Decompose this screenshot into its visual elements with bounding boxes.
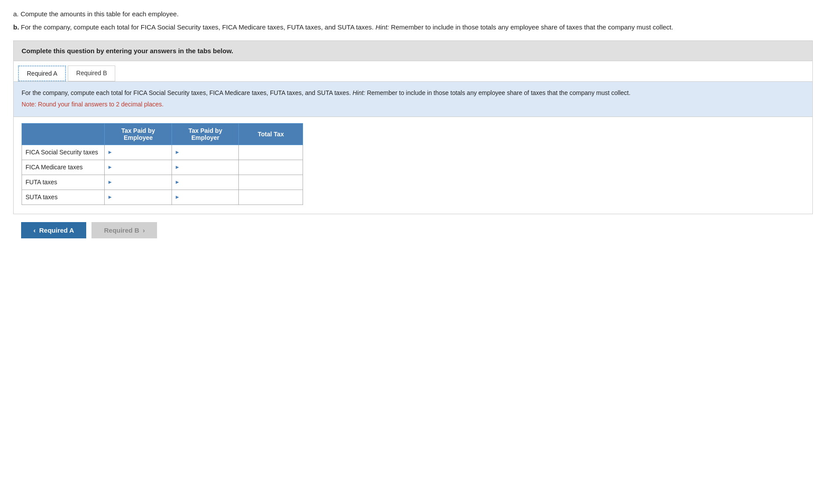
- tab-content-description: For the company, compute each total for …: [14, 82, 812, 117]
- intro-section: a. Compute the amounts in this table for…: [13, 9, 813, 33]
- intro-point-a: a. Compute the amounts in this table for…: [13, 9, 813, 19]
- bottom-buttons: ‹ Required A Required B ›: [13, 222, 813, 238]
- table-wrapper: Tax Paid by Employee Tax Paid by Employe…: [14, 117, 812, 214]
- arrow-icon-7: ►: [107, 194, 113, 200]
- button-required-b-label: Required B: [104, 226, 139, 234]
- tab-required-a[interactable]: Required A: [18, 66, 66, 81]
- intro-hint-text: Remember to include in those totals any …: [389, 23, 673, 31]
- complete-banner-text: Complete this question by entering your …: [22, 47, 233, 55]
- row-employee-futa[interactable]: ►: [105, 175, 172, 190]
- arrow-icon-2: ►: [175, 149, 180, 155]
- tab-content-main: For the company, compute each total for …: [22, 88, 804, 98]
- row-employer-fica-ss[interactable]: ►: [172, 145, 239, 160]
- arrow-icon-3: ►: [107, 164, 113, 170]
- arrow-icon-5: ►: [107, 179, 113, 185]
- row-total-futa: [239, 175, 303, 190]
- input-employer-suta[interactable]: [182, 194, 236, 201]
- table-row: FICA Social Security taxes ► ►: [22, 145, 303, 160]
- arrow-icon-1: ►: [107, 149, 113, 155]
- tab-required-b-label: Required B: [76, 69, 107, 77]
- row-label-fica-ss: FICA Social Security taxes: [22, 145, 105, 160]
- arrow-icon-8: ►: [175, 194, 180, 200]
- tab-content-note: Note: Round your final answers to 2 deci…: [22, 99, 804, 109]
- input-employer-futa[interactable]: [182, 179, 236, 186]
- row-total-suta: [239, 190, 303, 205]
- row-label-futa: FUTA taxes: [22, 175, 105, 190]
- row-employee-fica-med[interactable]: ►: [105, 160, 172, 175]
- tab-content-main-text: For the company, compute each total for …: [22, 89, 351, 96]
- row-employee-suta[interactable]: ►: [105, 190, 172, 205]
- table-row: SUTA taxes ► ►: [22, 190, 303, 205]
- input-employee-futa[interactable]: [114, 179, 169, 186]
- table-header-employee: Tax Paid by Employee: [105, 123, 172, 145]
- tab-content-hint-label: Hint:: [352, 89, 365, 96]
- row-employee-fica-ss[interactable]: ►: [105, 145, 172, 160]
- chevron-left-icon: ‹: [33, 226, 36, 234]
- row-employer-futa[interactable]: ►: [172, 175, 239, 190]
- tabs-row: Required A Required B: [14, 61, 812, 82]
- row-total-fica-med: [239, 160, 303, 175]
- intro-point-b-text: For the company, compute each total for …: [21, 23, 376, 31]
- row-label-suta: SUTA taxes: [22, 190, 105, 205]
- button-required-b[interactable]: Required B ›: [91, 222, 157, 238]
- intro-point-b: b. For the company, compute each total f…: [13, 22, 813, 33]
- table-row: FUTA taxes ► ►: [22, 175, 303, 190]
- arrow-icon-4: ►: [175, 164, 180, 170]
- input-employee-fica-ss[interactable]: [114, 149, 169, 156]
- intro-hint-label: Hint:: [376, 23, 389, 31]
- arrow-icon-6: ►: [175, 179, 180, 185]
- row-label-fica-med: FICA Medicare taxes: [22, 160, 105, 175]
- tab-required-b[interactable]: Required B: [68, 66, 115, 81]
- button-required-a[interactable]: ‹ Required A: [21, 222, 86, 238]
- button-required-a-label: Required A: [39, 226, 74, 234]
- table-row: FICA Medicare taxes ► ►: [22, 160, 303, 175]
- row-total-fica-ss: [239, 145, 303, 160]
- table-header-row: Tax Paid by Employee Tax Paid by Employe…: [22, 123, 303, 145]
- row-employer-fica-med[interactable]: ►: [172, 160, 239, 175]
- input-employee-fica-med[interactable]: [114, 164, 169, 171]
- table-header-total: Total Tax: [239, 123, 303, 145]
- complete-banner: Complete this question by entering your …: [13, 40, 813, 61]
- intro-point-b-label: b.: [13, 23, 19, 31]
- input-employee-suta[interactable]: [114, 194, 169, 201]
- table-header-employer: Tax Paid by Employer: [172, 123, 239, 145]
- tabs-container: Required A Required B For the company, c…: [13, 61, 813, 214]
- row-employer-suta[interactable]: ►: [172, 190, 239, 205]
- tab-content-hint-text: Remember to include in those totals any …: [367, 89, 630, 96]
- input-employer-fica-med[interactable]: [182, 164, 236, 171]
- tax-table: Tax Paid by Employee Tax Paid by Employe…: [22, 123, 303, 205]
- table-header-label: [22, 123, 105, 145]
- chevron-right-icon: ›: [143, 226, 145, 234]
- tab-required-a-label: Required A: [27, 70, 57, 77]
- input-employer-fica-ss[interactable]: [182, 149, 236, 156]
